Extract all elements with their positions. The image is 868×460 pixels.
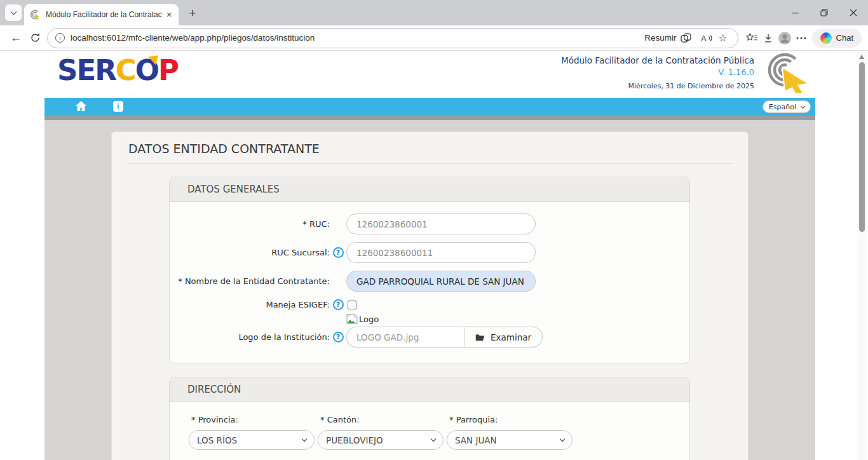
- sercop-logo-c: C: [116, 53, 135, 87]
- title-divider: [128, 163, 731, 164]
- resumir-label: Resumir: [644, 33, 676, 43]
- ruc-sucursal-input[interactable]: [346, 242, 536, 263]
- sercop-logo: SERCOP: [57, 53, 178, 87]
- read-aloud-icon[interactable]: A: [698, 30, 715, 46]
- parroquia-select[interactable]: SAN JUAN: [447, 430, 573, 450]
- broken-image-icon: [346, 314, 358, 324]
- provincia-select[interactable]: LOS RÍOS: [189, 430, 315, 450]
- chat-label: Chat: [836, 33, 853, 43]
- examinar-label: Examinar: [491, 332, 531, 342]
- site-container: SERCOP Módulo Facilitador de la Contrata…: [44, 51, 815, 460]
- copilot-icon: [820, 32, 832, 44]
- refresh-button[interactable]: [25, 29, 44, 48]
- chevron-down-icon: [560, 436, 565, 442]
- canton-label: * Cantón:: [320, 415, 444, 424]
- examinar-button[interactable]: Examinar: [465, 327, 543, 348]
- direccion-selects-row: * Provincia: LOS RÍOS * Cantón: PUEBLOVI…: [170, 414, 689, 450]
- ruc-sucursal-row: RUC Sucursal: ?: [170, 242, 689, 263]
- site-info-icon[interactable]: i: [55, 33, 65, 43]
- scroll-up-arrow-icon[interactable]: [859, 55, 864, 59]
- logo-filename-input[interactable]: [346, 327, 465, 348]
- resumir-button[interactable]: Resumir: [644, 32, 691, 43]
- entidad-card: DATOS ENTIDAD CONTRATANTE DATOS GENERALE…: [111, 132, 749, 460]
- profile-avatar[interactable]: [776, 30, 793, 46]
- url-text[interactable]: localhost:6012/mfc-cliente/web/app.php/p…: [71, 33, 644, 43]
- mfc-arcs-logo: [758, 52, 814, 93]
- minimize-button[interactable]: [780, 0, 810, 25]
- direccion-title: DIRECCIÓN: [170, 377, 689, 402]
- help-icon[interactable]: ?: [333, 332, 344, 342]
- page-scrollbar[interactable]: [857, 51, 867, 460]
- nombre-row: * Nombre de la Entidad Contratante:: [170, 271, 689, 292]
- tab-close-icon[interactable]: ✕: [163, 9, 175, 20]
- logo-file-group: Examinar: [346, 327, 543, 348]
- datos-generales-panel: DATOS GENERALES * RUC: RUC Sucursal: ?: [169, 177, 690, 363]
- help-icon[interactable]: ?: [333, 299, 344, 310]
- tab-strip: Módulo Facilitador de la Contratac ✕ +: [0, 0, 868, 25]
- canton-col: * Cantón: PUEBLOVIEJO: [318, 414, 444, 450]
- direccion-body: * Provincia: LOS RÍOS * Cantón: PUEBLOVI…: [170, 402, 689, 460]
- canton-value: PUEBLOVIEJO: [326, 435, 383, 445]
- nav-shadow-strip: [44, 116, 815, 120]
- page-title: DATOS ENTIDAD CONTRATANTE: [128, 142, 731, 156]
- esigef-label: Maneja ESIGEF:: [170, 300, 330, 309]
- back-button[interactable]: ←: [6, 29, 25, 48]
- downloads-icon[interactable]: [760, 30, 776, 46]
- direccion-panel: DIRECCIÓN * Provincia: LOS RÍOS: [169, 377, 690, 460]
- chevron-down-icon: [302, 436, 307, 442]
- tab-list-button[interactable]: [5, 4, 22, 21]
- scrollbar-thumb[interactable]: [859, 62, 865, 232]
- app-header-text: Módulo Facilitador de la Contratación Pú…: [561, 55, 754, 90]
- active-tab[interactable]: Módulo Facilitador de la Contratac ✕: [24, 4, 179, 25]
- nombre-input[interactable]: [346, 271, 536, 292]
- ruc-label: * RUC:: [170, 219, 330, 229]
- ruc-sucursal-label: RUC Sucursal:: [170, 248, 330, 257]
- browser-toolbar: ← i localhost:6012/mfc-cliente/web/app.p…: [0, 25, 868, 51]
- main-content: DATOS ENTIDAD CONTRATANTE DATOS GENERALE…: [44, 120, 815, 460]
- provincia-value: LOS RÍOS: [197, 435, 237, 445]
- logo-preview-row: Logo: [346, 314, 689, 324]
- folder-icon: [475, 334, 485, 341]
- browser-chrome: Módulo Facilitador de la Contratac ✕ + ←: [0, 0, 868, 51]
- main-navbar: i Español: [44, 98, 815, 116]
- datos-generales-title: DATOS GENERALES: [170, 177, 689, 202]
- window-controls: [780, 0, 868, 25]
- chevron-down-icon: [801, 104, 805, 108]
- favorite-star-icon[interactable]: ☆: [715, 30, 731, 46]
- language-value: Español: [769, 103, 796, 111]
- app-title: Módulo Facilitador de la Contratación Pú…: [561, 55, 754, 65]
- nombre-label: * Nombre de la Entidad Contratante:: [170, 276, 330, 286]
- parroquia-col: * Parroquia: SAN JUAN: [447, 414, 573, 450]
- parroquia-label: * Parroquia:: [449, 415, 573, 424]
- provincia-col: * Provincia: LOS RÍOS: [189, 414, 315, 450]
- web-page: SERCOP Módulo Facilitador de la Contrata…: [0, 51, 868, 460]
- esigef-checkbox[interactable]: [348, 301, 356, 309]
- datos-generales-body: * RUC: RUC Sucursal: ? * Nombre de la En…: [170, 202, 689, 363]
- sercop-logo-o: O: [135, 53, 158, 87]
- logo-alt-text: Logo: [359, 315, 379, 324]
- home-icon[interactable]: [75, 100, 87, 112]
- info-icon[interactable]: i: [113, 101, 123, 112]
- favorites-bar-icon[interactable]: [743, 30, 760, 46]
- ruc-input[interactable]: [346, 213, 536, 234]
- chat-button[interactable]: Chat: [812, 29, 862, 48]
- chevron-down-icon: [431, 436, 436, 442]
- svg-text:A: A: [701, 34, 707, 43]
- language-select[interactable]: Español: [763, 100, 811, 113]
- restore-button[interactable]: [810, 0, 839, 25]
- logo-row: Logo de la Institución: ? Examinar: [170, 327, 689, 348]
- sercop-logo-ser: SER: [57, 53, 116, 87]
- app-version: V. 1.16.0: [561, 67, 754, 77]
- provincia-label: * Provincia:: [191, 415, 315, 424]
- app-date: Miércoles, 31 de Diciembre de 2025: [561, 82, 754, 90]
- new-tab-button[interactable]: +: [184, 4, 201, 22]
- canton-select[interactable]: PUEBLOVIEJO: [318, 430, 444, 450]
- address-bar[interactable]: i localhost:6012/mfc-cliente/web/app.php…: [47, 28, 738, 48]
- tab-favicon-icon: [31, 10, 41, 20]
- close-window-button[interactable]: [839, 0, 868, 25]
- logo-label: Logo de la Institución:: [170, 332, 330, 342]
- parroquia-value: SAN JUAN: [455, 435, 497, 445]
- esigef-row: Maneja ESIGEF: ?: [170, 299, 689, 310]
- help-icon[interactable]: ?: [333, 247, 344, 258]
- more-menu-icon[interactable]: [793, 30, 810, 46]
